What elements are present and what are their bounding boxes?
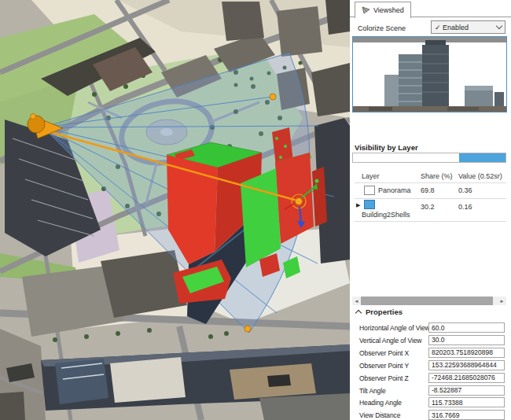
property-row: Heading Angle	[350, 397, 511, 409]
row-expander-icon[interactable]: ▶	[356, 202, 360, 208]
chevron-down-icon	[496, 23, 502, 29]
viewshed-tool-window: Viewshed Colorize Scene ✓ Enabled	[0, 0, 511, 420]
property-row: Horizontal Angle of View	[350, 322, 511, 334]
layer-share: 30.2	[421, 203, 435, 211]
field-label: Tilt Angle	[359, 387, 386, 395]
tab-label: Viewshed	[373, 6, 404, 14]
col-header-share: Share (%)	[421, 172, 453, 180]
view-distance-field[interactable]	[428, 410, 505, 420]
visibility-share-bar	[352, 153, 506, 163]
colorize-scene-dropdown[interactable]: ✓ Enabled	[431, 20, 505, 34]
field-label: Observer Point Y	[359, 362, 409, 370]
col-header-value: Value (0.52sr)	[458, 172, 502, 180]
field-label: View Distance	[359, 411, 400, 419]
table-divider	[355, 198, 506, 199]
layer-name: Panorama	[378, 186, 411, 194]
property-row: View Distance	[350, 410, 511, 420]
layer-name: Building2Shells	[362, 211, 410, 219]
table-divider	[355, 221, 506, 222]
col-header-layer: Layer	[362, 172, 380, 180]
scrollbar-thumb[interactable]	[361, 297, 493, 305]
observer-z-field[interactable]	[428, 373, 505, 383]
property-row: Observer Point Z	[350, 373, 511, 385]
horizontal-scrollbar[interactable]: ◄ ►	[352, 297, 506, 305]
visibility-bar-fill	[459, 153, 505, 162]
colorize-scene-label: Colorize Scene	[358, 24, 406, 32]
heading-angle-field[interactable]	[428, 397, 505, 407]
viewshed-fan-icon	[362, 6, 370, 14]
property-row: Observer Point X	[350, 348, 511, 359]
vertical-angle-field[interactable]	[428, 335, 505, 345]
properties-heading: Properties	[366, 308, 403, 316]
field-label: Heading Angle	[359, 399, 402, 407]
visibility-heading: Visibility by Layer	[355, 143, 418, 152]
observer-y-field[interactable]	[428, 360, 505, 370]
table-divider	[355, 182, 506, 183]
layer-value: 0.16	[458, 203, 472, 211]
property-row: Observer Point Y	[350, 360, 511, 372]
property-row: Vertical Angle of View	[350, 335, 511, 347]
observer-x-field[interactable]	[428, 348, 505, 358]
tab-viewshed[interactable]: Viewshed	[355, 2, 411, 18]
layer-swatch-panorama	[364, 186, 375, 195]
horizontal-angle-field[interactable]	[428, 322, 505, 333]
tilt-angle-field[interactable]	[428, 385, 505, 396]
scene-canvas	[0, 0, 350, 420]
dropdown-value: ✓ Enabled	[435, 24, 469, 31]
field-label: Observer Point Z	[359, 374, 409, 382]
scroll-right-arrow-icon[interactable]: ►	[498, 297, 506, 305]
layer-value: 0.36	[458, 186, 472, 194]
field-label: Observer Point X	[359, 349, 409, 357]
field-label: Horizontal Angle of View	[359, 324, 430, 332]
scroll-left-arrow-icon[interactable]: ◄	[352, 297, 361, 305]
properties-section-header[interactable]: Properties	[356, 308, 403, 316]
check-icon: ✓	[435, 24, 441, 31]
property-row: Tilt Angle	[350, 385, 511, 397]
layer-share: 69.8	[421, 186, 435, 194]
viewshed-preview-image	[352, 36, 507, 112]
scene-3d-view[interactable]	[0, 0, 350, 420]
chevron-up-icon	[355, 310, 362, 316]
field-label: Vertical Angle of View	[359, 337, 421, 344]
layer-swatch-building2shells	[364, 200, 375, 209]
viewshed-panel: Viewshed Colorize Scene ✓ Enabled	[350, 0, 511, 420]
